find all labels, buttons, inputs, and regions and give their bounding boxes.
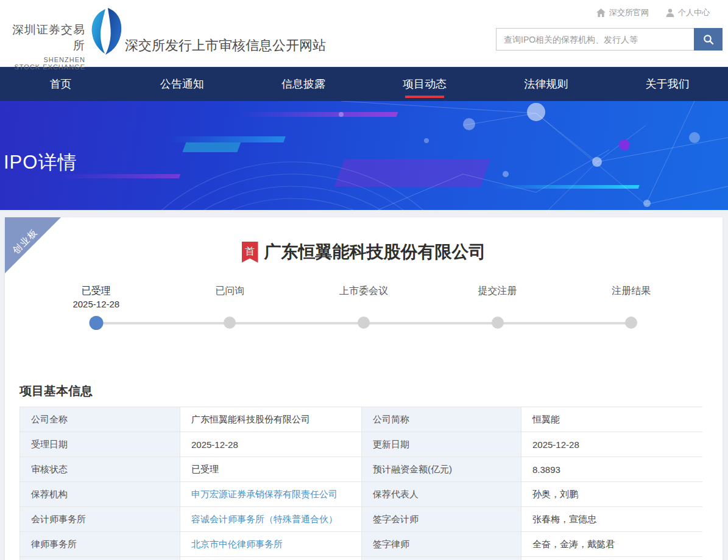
row-label-left: 审核状态 [20,457,180,482]
step-label: 注册结果 [564,284,698,298]
row-label-left: 受理日期 [20,432,180,457]
step-label: 提交注册 [431,284,565,298]
step-dot [492,317,504,329]
search-input[interactable] [496,28,694,51]
search-icon [703,34,714,45]
home-icon [596,9,606,17]
site-title: 深交所发行上市审核信息公开网站 [125,37,326,55]
nav-item-1[interactable]: 首页 [0,67,121,101]
row-value-left: 已受理 [180,457,362,482]
first-issue-badge: 首 [242,242,258,263]
table-row-6: 律师事务所北京市中伦律师事务所签字律师全奋，金涛，戴懿君 [20,532,703,557]
table-row-5: 会计师事务所容诚会计师事务所（特殊普通合伙）签字会计师张春梅，宣德忠 [20,507,703,532]
row-label-right: 预计融资金额(亿元) [362,457,521,482]
exchange-logo: 深圳证券交易所 SHENZHEN STOCK EXCHANGE [5,22,85,71]
nav-item-label: 信息披露 [281,77,325,91]
step-dot [358,317,370,329]
row-value-left: 申万宏源证券承销保荐有限责任公司 [180,482,362,507]
timeline-step-3: 上市委会议 [297,284,431,340]
row-value-right: 孙奥，刘鹏 [521,482,703,507]
nav-item-label: 首页 [50,77,72,91]
row-value-right [521,557,703,560]
site-header: 深圳证券交易所 SHENZHEN STOCK EXCHANGE 深交所发行上市审… [0,0,728,67]
row-value-left: 容诚会计师事务所（特殊普通合伙） [180,507,362,532]
row-value-left: 北京市中伦律师事务所 [180,532,362,557]
row-label-right: 更新日期 [362,432,521,457]
timeline-step-4: 提交注册 [431,284,565,340]
top-links: 深交所官网 个人中心 [596,7,710,18]
table-row-2: 受理日期2025-12-28更新日期2025-12-28 [20,432,703,457]
row-label-left [20,557,180,560]
project-detail-card: 创业板 首 广东恒翼能科技股份有限公司 已受理2025-12-28已问询上市委会… [5,217,723,560]
timeline-step-2: 已问询 [163,284,297,340]
nav-item-2[interactable]: 公告通知 [121,67,242,101]
official-site-label: 深交所官网 [609,7,649,18]
search-button[interactable] [694,28,723,51]
section-title: 项目基本信息 [19,383,93,399]
step-date: 2025-12-28 [29,299,163,309]
row-value-right: 2025-12-28 [521,432,703,457]
step-dot [89,316,103,330]
table-row-partial [20,557,703,560]
row-value-left-link[interactable]: 申万宏源证券承销保荐有限责任公司 [191,489,337,499]
page-banner: IPO详情 [0,101,728,210]
nav-item-label: 项目动态 [403,77,447,91]
row-value-right: 恒翼能 [521,407,703,432]
nav-item-label: 关于我们 [645,77,689,91]
row-value-right: 张春梅，宣德忠 [521,507,703,532]
step-label: 已受理 [29,284,163,298]
row-label-right [362,557,521,560]
personal-center-link[interactable]: 个人中心 [666,7,710,18]
search-bar [496,28,723,51]
row-value-left: 广东恒翼能科技股份有限公司 [180,407,362,432]
row-value-left-link[interactable]: 容诚会计师事务所（特殊普通合伙） [191,514,337,524]
logo-cn-text: 深圳证券交易所 [5,22,85,54]
step-label: 已问询 [163,284,297,298]
table-row-3: 审核状态已受理预计融资金额(亿元)8.3893 [20,457,703,482]
row-value-left [180,557,362,560]
basic-info-table: 公司全称广东恒翼能科技股份有限公司公司简称恒翼能受理日期2025-12-28更新… [19,407,702,560]
row-value-left: 2025-12-28 [180,432,362,457]
nav-item-label: 公告通知 [160,77,204,91]
step-dot [625,317,637,329]
row-label-left: 律师事务所 [20,532,180,557]
main-nav: 首页公告通知信息披露项目动态法律规则关于我们 [0,67,728,101]
company-title: 广东恒翼能科技股份有限公司 [264,240,486,264]
page-title: IPO详情 [4,150,77,175]
basic-info-table-wrap: 公司全称广东恒翼能科技股份有限公司公司简称恒翼能受理日期2025-12-28更新… [19,407,702,560]
nav-item-3[interactable]: 信息披露 [242,67,364,101]
official-site-link[interactable]: 深交所官网 [596,7,649,18]
table-row-1: 公司全称广东恒翼能科技股份有限公司公司简称恒翼能 [20,407,703,432]
szse-logo-icon [89,7,123,56]
step-dot [224,317,236,329]
active-tab-underline [405,96,444,98]
timeline-step-1: 已受理2025-12-28 [29,284,163,340]
nav-item-4[interactable]: 项目动态 [364,67,486,101]
timeline-step-5: 注册结果 [564,284,698,340]
nav-item-6[interactable]: 关于我们 [607,67,728,101]
row-value-right: 全奋，金涛，戴懿君 [521,532,703,557]
nav-item-5[interactable]: 法律规则 [486,67,607,101]
step-label: 上市委会议 [297,284,431,298]
banner-decoration [0,101,728,210]
row-label-right: 签字会计师 [362,507,521,532]
row-value-left-link[interactable]: 北京市中伦律师事务所 [191,539,283,549]
logo-en-text-line1: SHENZHEN [5,56,85,63]
row-label-left: 公司全称 [20,407,180,432]
user-icon [666,9,674,17]
row-label-right: 签字律师 [362,532,521,557]
row-label-left: 会计师事务所 [20,507,180,532]
row-label-right: 保荐代表人 [362,482,521,507]
row-label-right: 公司简称 [362,407,521,432]
table-row-4: 保荐机构申万宏源证券承销保荐有限责任公司保荐代表人孙奥，刘鹏 [20,482,703,507]
personal-center-label: 个人中心 [678,7,710,18]
row-label-left: 保荐机构 [20,482,180,507]
row-value-right: 8.3893 [521,457,703,482]
nav-item-label: 法律规则 [524,77,568,91]
review-status-timeline: 已受理2025-12-28已问询上市委会议提交注册注册结果 [29,284,698,340]
